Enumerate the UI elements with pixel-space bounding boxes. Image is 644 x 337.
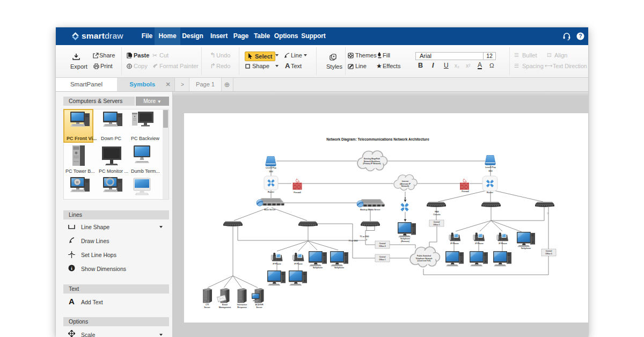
svg-text:Firewall: Firewall: [294, 192, 301, 194]
svg-text:(Alternate IP: (Alternate IP: [400, 183, 411, 185]
svg-text:IP Phone: IP Phone: [273, 263, 281, 265]
svg-text:Central: Central: [434, 221, 440, 223]
svg-text:Network): Network): [401, 185, 409, 187]
svg-text:Level3 Pop: Level3 Pop: [266, 167, 276, 169]
svg-text:2: 2: [366, 239, 367, 241]
svg-text:Office 1: Office 1: [379, 259, 386, 261]
svg-text:IP Phone: IP Phone: [475, 243, 484, 245]
svg-text:DS3: DS3: [488, 170, 492, 172]
svg-text:Public Switched: Public Switched: [417, 255, 431, 257]
svg-text:Router: Router: [487, 192, 493, 194]
svg-text:PC Monitor ...: PC Monitor ...: [99, 169, 128, 174]
svg-text:Office 2: Office 2: [379, 245, 386, 247]
svg-text:T1 or DS3: T1 or DS3: [360, 236, 369, 238]
svg-text:Central: Central: [546, 250, 552, 252]
svg-text:Softphone: Softphone: [334, 267, 344, 269]
svg-text:Management: Management: [219, 306, 231, 309]
svg-text:Down PC: Down PC: [101, 136, 122, 141]
svg-text:CTI: CTI: [206, 304, 209, 306]
svg-text:Interactive: Interactive: [237, 304, 247, 306]
svg-text:Network Backbone: Network Backbone: [364, 160, 380, 163]
svg-text:ACD/IVR: ACD/IVR: [255, 304, 263, 306]
svg-text:DS3: DS3: [269, 171, 273, 173]
svg-text:Central: Central: [379, 256, 386, 258]
svg-text:Server: Server: [204, 306, 210, 309]
svg-text:PC Tower B...: PC Tower B...: [65, 169, 95, 174]
svg-text:?: ?: [579, 33, 582, 39]
svg-text:Central: Central: [379, 243, 386, 245]
svg-text:Network Diagram: Telecommunica: Network Diagram: Telecommunications Netw…: [326, 137, 429, 142]
svg-text:PC Backview: PC Backview: [131, 136, 160, 141]
svg-text:(Local and Toll): (Local and Toll): [418, 260, 431, 262]
svg-text:PC Front Vi...: PC Front Vi...: [67, 136, 97, 141]
svg-text:Backup Media Server: Backup Media Server: [360, 209, 380, 211]
svg-text:IP Phone: IP Phone: [499, 243, 507, 245]
svg-text:Server: Server: [256, 306, 262, 309]
svg-text:Firewall: Firewall: [462, 191, 469, 193]
svg-text:Existing MegaPath: Existing MegaPath: [364, 158, 380, 160]
svg-text:Response: Response: [237, 306, 247, 309]
svg-text:Internet: Internet: [402, 180, 409, 182]
svg-text:Email: Email: [222, 304, 228, 306]
svg-text:Softphone: Softphone: [400, 238, 410, 240]
svg-text:IP Phone: IP Phone: [450, 243, 459, 245]
svg-text:(Primary IP Network): (Primary IP Network): [363, 163, 380, 165]
svg-text:IP Phone: IP Phone: [294, 263, 303, 265]
svg-text:Boot Server: Boot Server: [265, 209, 276, 211]
svg-text:Circuits: Circuits: [433, 214, 441, 216]
svg-text:Level3 Pop: Level3 Pop: [485, 166, 496, 169]
svg-text:Telephone Network: Telephone Network: [415, 258, 432, 260]
svg-text:Softphone: Softphone: [313, 267, 323, 269]
svg-text:Office 3: Office 3: [545, 253, 552, 255]
svg-text:Office 1: Office 1: [433, 224, 440, 226]
svg-text:Softphone: Softphone: [521, 247, 531, 250]
svg-text:PBX: PBX: [435, 211, 439, 213]
svg-text:Router: Router: [268, 191, 274, 193]
svg-text:(Remote): (Remote): [401, 240, 410, 243]
svg-text:T1 or DS3: T1 or DS3: [348, 240, 357, 242]
svg-text:Dumb Term...: Dumb Term...: [131, 169, 160, 174]
